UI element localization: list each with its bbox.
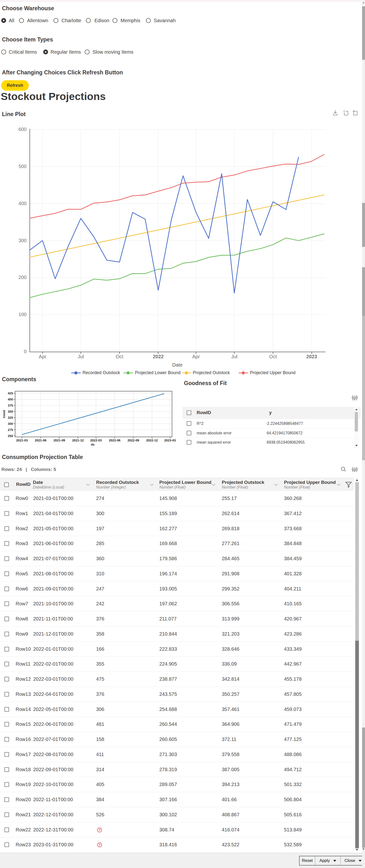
svg-text:Apr: Apr [192,354,200,359]
svg-text:trend: trend [2,410,6,418]
svg-text:2023-03: 2023-03 [164,438,176,442]
svg-text:600: 600 [19,127,27,132]
svg-text:Projected Outstock: Projected Outstock [193,370,230,375]
svg-text:2021-06: 2021-06 [35,438,47,442]
svg-text:Projected Upper Bound: Projected Upper Bound [250,370,296,375]
svg-text:300: 300 [19,238,27,243]
svg-text:2021-12: 2021-12 [72,438,84,442]
svg-text:275: 275 [8,428,13,432]
svg-text:Oct: Oct [116,354,123,359]
svg-text:2022-06: 2022-06 [109,438,121,442]
svg-text:400: 400 [19,201,27,206]
svg-text:ds: ds [91,443,94,446]
svg-text:Oct: Oct [269,354,277,359]
svg-text:2022-12: 2022-12 [146,438,158,442]
svg-text:300: 300 [8,422,13,426]
svg-text:200: 200 [19,275,27,280]
svg-text:400: 400 [8,398,13,401]
svg-text:2021-09: 2021-09 [54,438,65,442]
svg-text:Projected Lower Bound: Projected Lower Bound [135,370,181,375]
svg-text:425: 425 [8,392,13,395]
svg-text:500: 500 [19,164,27,169]
svg-text:2021-03: 2021-03 [16,438,28,442]
svg-text:Jul: Jul [78,354,84,359]
svg-text:0: 0 [24,349,27,354]
svg-text:2022: 2022 [153,354,164,359]
svg-text:375: 375 [8,404,13,407]
svg-text:100: 100 [19,312,27,317]
svg-text:2022-03: 2022-03 [90,438,102,442]
svg-text:2022-09: 2022-09 [128,438,139,442]
svg-text:250: 250 [8,434,13,438]
svg-text:325: 325 [8,416,13,420]
svg-text:2023: 2023 [306,354,317,359]
svg-text:Recorded Outstock: Recorded Outstock [83,370,120,375]
svg-text:Date: Date [172,362,183,368]
svg-text:350: 350 [8,410,13,413]
svg-text:Jul: Jul [231,354,238,359]
svg-text:Apr: Apr [39,354,47,359]
